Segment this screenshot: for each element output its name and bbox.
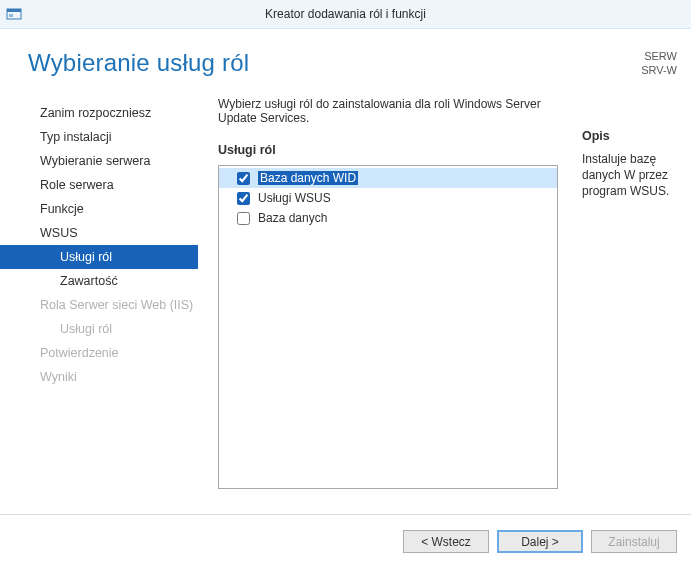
sidebar-item-9: Usługi ról: [0, 317, 198, 341]
page-title: Wybieranie usług ról: [28, 49, 627, 77]
server-label: SERW: [627, 49, 677, 63]
destination-server: SERW SRV-W: [627, 49, 677, 77]
sidebar-item-10: Potwierdzenie: [0, 341, 198, 365]
role-option-checkbox-2[interactable]: [237, 212, 250, 225]
sidebar-item-4[interactable]: Funkcje: [0, 197, 198, 221]
main-column: Wybierz usługi ról do zainstalowania dla…: [198, 97, 691, 514]
window-title: Kreator dodawania ról i funkcji: [0, 7, 691, 21]
sidebar-item-5[interactable]: WSUS: [0, 221, 198, 245]
server-name: SRV-W: [627, 63, 677, 77]
role-services-listbox[interactable]: Baza danych WIDUsługi WSUSBaza danych: [218, 165, 558, 489]
titlebar: Kreator dodawania ról i funkcji: [0, 0, 691, 29]
description-text: Instaluje bazę danych W przez program WS…: [582, 151, 691, 199]
role-option-0[interactable]: Baza danych WID: [219, 168, 557, 188]
back-button[interactable]: < Wstecz: [403, 530, 489, 553]
role-option-checkbox-0[interactable]: [237, 172, 250, 185]
role-services-label: Usługi ról: [218, 143, 558, 157]
next-button[interactable]: Dalej >: [497, 530, 583, 553]
sidebar-item-7[interactable]: Zawartość: [0, 269, 198, 293]
role-option-1[interactable]: Usługi WSUS: [219, 188, 557, 208]
sidebar-item-2[interactable]: Wybieranie serwera: [0, 149, 198, 173]
wizard-body: Wybieranie usług ról SERW SRV-W Zanim ro…: [0, 29, 691, 568]
sidebar: Zanim rozpocznieszTyp instalacjiWybieran…: [0, 97, 198, 514]
content-area: Zanim rozpocznieszTyp instalacjiWybieran…: [0, 77, 691, 514]
role-option-label-1: Usługi WSUS: [258, 191, 331, 205]
footer: < Wstecz Dalej > Zainstaluj: [0, 514, 691, 568]
sidebar-item-8: Rola Serwer sieci Web (IIS): [0, 293, 198, 317]
role-option-label-0: Baza danych WID: [258, 171, 358, 185]
center-column: Wybierz usługi ról do zainstalowania dla…: [218, 97, 558, 514]
sidebar-item-1[interactable]: Typ instalacji: [0, 125, 198, 149]
role-option-label-2: Baza danych: [258, 211, 327, 225]
sidebar-item-3[interactable]: Role serwera: [0, 173, 198, 197]
header-row: Wybieranie usług ról SERW SRV-W: [0, 39, 691, 77]
install-button[interactable]: Zainstaluj: [591, 530, 677, 553]
description-heading: Opis: [582, 129, 691, 143]
sidebar-item-11: Wyniki: [0, 365, 198, 389]
sidebar-item-0[interactable]: Zanim rozpoczniesz: [0, 101, 198, 125]
instruction-text: Wybierz usługi ról do zainstalowania dla…: [218, 97, 558, 125]
role-option-checkbox-1[interactable]: [237, 192, 250, 205]
sidebar-item-6[interactable]: Usługi ról: [0, 245, 198, 269]
description-column: Opis Instaluje bazę danych W przez progr…: [558, 97, 691, 514]
role-option-2[interactable]: Baza danych: [219, 208, 557, 228]
